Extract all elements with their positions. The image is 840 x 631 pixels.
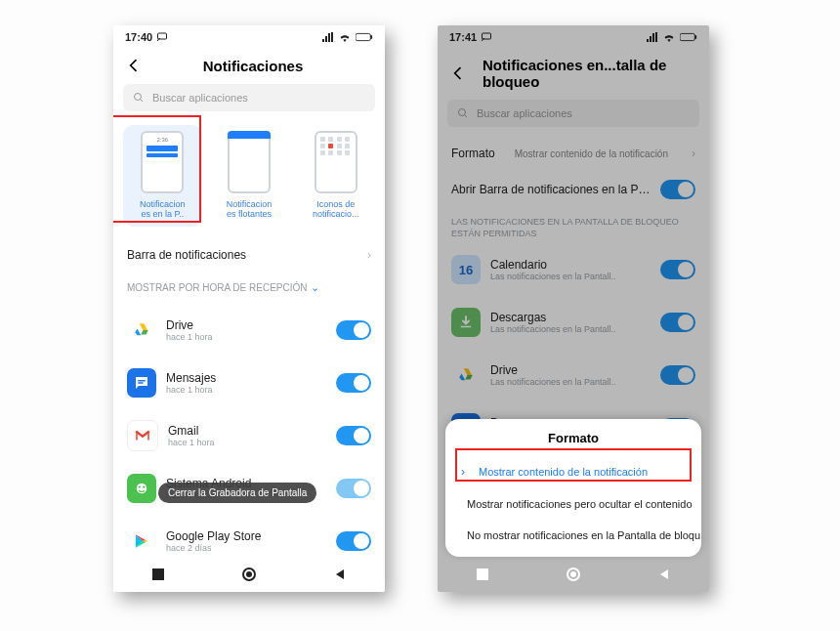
drive-icon — [127, 316, 156, 345]
header: Notificaciones en...talla de bloqueo — [438, 49, 709, 100]
app-row-descargas[interactable]: DescargasLas notificaciones en la Pantal… — [438, 296, 709, 349]
back-button[interactable] — [125, 57, 143, 74]
search-icon — [133, 92, 145, 104]
checkmark-icon: › — [461, 465, 473, 479]
toggle[interactable] — [660, 180, 695, 199]
search-placeholder: Buscar aplicaciones — [477, 107, 572, 119]
svg-point-20 — [570, 571, 576, 577]
nav-back-button[interactable] — [655, 566, 673, 583]
app-row-drive[interactable]: DriveLas notificaciones en la Pantall.. — [438, 349, 709, 401]
nav-home-button[interactable] — [240, 566, 258, 583]
svg-rect-9 — [152, 568, 164, 580]
downloads-icon — [451, 308, 481, 337]
gmail-icon — [127, 420, 158, 451]
page-title: Notificaciones — [154, 58, 352, 74]
toggle[interactable] — [336, 426, 371, 445]
chevron-right-icon: › — [367, 248, 371, 262]
row-format[interactable]: Formato Mostrar contenido de la notifica… — [438, 137, 709, 170]
row-open-notification-bar[interactable]: Abrir Barra de notificaciones en la Pant… — [438, 170, 709, 209]
svg-rect-12 — [483, 33, 491, 39]
nav-recent-button[interactable] — [474, 566, 491, 583]
sort-header[interactable]: MOSTRAR POR HORA DE RECEPCIÓN ⌄ — [113, 272, 385, 304]
app-row-drive[interactable]: Drivehace 1 hora — [113, 304, 385, 357]
signal-icon — [322, 32, 334, 42]
drive-icon — [451, 360, 481, 390]
section-header-allowed: LAS NOTIFICACIONES EN LA PANTALLA DE BLO… — [438, 209, 709, 243]
status-time: 17:40 — [125, 31, 152, 43]
search-icon — [457, 107, 469, 119]
svg-rect-13 — [680, 33, 694, 40]
svg-rect-0 — [158, 33, 167, 39]
svg-rect-14 — [694, 35, 696, 39]
cast-icon — [481, 31, 492, 43]
battery-icon — [680, 32, 697, 42]
row-notification-bar[interactable]: Barra de notificaciones › — [113, 238, 385, 272]
svg-rect-1 — [356, 33, 370, 40]
wifi-icon — [662, 32, 676, 42]
sheet-title: Formato — [445, 427, 701, 455]
search-placeholder: Buscar aplicaciones — [152, 92, 248, 104]
wifi-icon — [338, 32, 352, 42]
android-navbar — [438, 557, 709, 592]
svg-rect-2 — [370, 35, 372, 39]
app-row-calendario[interactable]: 16 CalendarioLas notificaciones en la Pa… — [438, 243, 709, 296]
svg-rect-18 — [477, 568, 488, 580]
sheet-option-no-notifications[interactable]: No mostrar notificaciones en la Pantalla… — [445, 520, 701, 551]
toggle[interactable] — [336, 531, 371, 551]
sheet-option-show-content[interactable]: › Mostrar contenido de la notificación — [445, 455, 701, 488]
chevron-right-icon: › — [692, 147, 695, 160]
card-lockscreen-notifications[interactable]: 2:36 Notificacion es en la P.. — [123, 125, 202, 227]
screen-recorder-toast: Cerrar la Grabadora de Pantalla — [158, 483, 316, 503]
chevron-down-icon: ⌄ — [311, 281, 319, 294]
search-input[interactable]: Buscar aplicaciones — [447, 100, 699, 127]
status-time: 17:41 — [449, 31, 477, 43]
search-input[interactable]: Buscar aplicaciones — [123, 84, 375, 111]
header: Notificaciones — [113, 49, 385, 84]
card-floating-notifications[interactable]: Notificacion es flotantes — [210, 125, 289, 227]
calendar-icon: 16 — [451, 255, 481, 284]
toggle[interactable] — [660, 260, 695, 279]
status-bar: 17:41 — [438, 25, 709, 49]
toggle[interactable] — [336, 320, 371, 340]
svg-rect-5 — [138, 382, 143, 384]
svg-point-3 — [135, 94, 142, 101]
format-bottom-sheet: Formato › Mostrar contenido de la notifi… — [445, 419, 701, 557]
svg-point-8 — [143, 485, 145, 487]
signal-icon — [647, 32, 658, 42]
page-title: Notificaciones en...talla de bloqueo — [483, 57, 697, 90]
svg-point-11 — [246, 571, 252, 577]
toggle[interactable] — [336, 479, 371, 498]
battery-icon — [356, 32, 373, 42]
svg-rect-4 — [138, 380, 146, 382]
status-bar: 17:40 — [113, 25, 385, 49]
svg-point-7 — [139, 485, 141, 487]
toggle[interactable] — [660, 313, 695, 332]
nav-back-button[interactable] — [331, 566, 349, 583]
toggle[interactable] — [660, 365, 695, 385]
notification-style-cards: 2:36 Notificacion es en la P.. Notificac… — [113, 121, 385, 238]
sheet-option-hide-content[interactable]: Mostrar notificaciones pero ocultar el c… — [445, 488, 701, 520]
cast-icon — [156, 31, 168, 43]
app-row-mensajes[interactable]: Mensajeshace 1 hora — [113, 357, 385, 409]
svg-rect-16 — [461, 326, 472, 328]
messages-icon — [127, 368, 156, 398]
card-notification-icons[interactable]: Iconos de notificacio... — [296, 125, 375, 227]
app-row-gmail[interactable]: Gmailhace 1 hora — [113, 409, 385, 462]
play-store-icon — [127, 526, 156, 556]
android-navbar — [113, 557, 385, 592]
back-button[interactable] — [449, 64, 467, 82]
nav-recent-button[interactable] — [149, 566, 167, 583]
android-icon — [127, 474, 156, 503]
nav-home-button[interactable] — [565, 566, 582, 583]
phone-screenshot-right: 17:41 Notificaciones en...talla de bloqu… — [438, 25, 709, 592]
toggle[interactable] — [336, 373, 371, 393]
app-list: Drivehace 1 hora Mensajeshace 1 hora Gma… — [113, 304, 385, 592]
svg-point-15 — [459, 109, 466, 116]
phone-screenshot-left: 17:40 Notificaciones Buscar aplicaciones — [113, 25, 385, 592]
